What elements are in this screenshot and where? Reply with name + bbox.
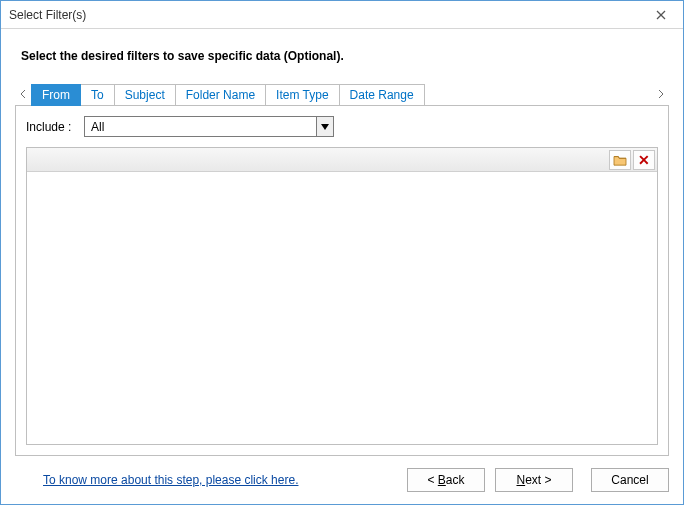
include-value: All: [85, 120, 316, 134]
include-row: Include : All: [26, 116, 658, 137]
next-button[interactable]: Next >: [495, 468, 573, 492]
tab-to[interactable]: To: [81, 84, 115, 106]
dialog-window: Select Filter(s) Select the desired filt…: [0, 0, 684, 505]
tab-from[interactable]: From: [31, 84, 81, 106]
tabs: From To Subject Folder Name Item Type Da…: [31, 83, 653, 105]
tab-scroll-right[interactable]: [655, 85, 667, 103]
filter-list-toolbar: ✕: [27, 148, 657, 172]
combo-dropdown-button[interactable]: [316, 117, 333, 136]
tab-label: Folder Name: [186, 88, 255, 102]
cancel-button[interactable]: Cancel: [591, 468, 669, 492]
tab-label: Date Range: [350, 88, 414, 102]
include-label: Include :: [26, 120, 78, 134]
chevron-left-icon: [20, 89, 26, 99]
help-link[interactable]: To know more about this step, please cli…: [43, 473, 397, 487]
tab-label: Subject: [125, 88, 165, 102]
back-button[interactable]: < Back: [407, 468, 485, 492]
delete-button[interactable]: ✕: [633, 150, 655, 170]
svg-marker-2: [321, 124, 329, 130]
tab-scroll-left[interactable]: [17, 85, 29, 103]
titlebar: Select Filter(s): [1, 1, 683, 29]
tab-item-type[interactable]: Item Type: [266, 84, 339, 106]
chevron-down-icon: [321, 124, 329, 130]
tab-label: Item Type: [276, 88, 328, 102]
delete-icon: ✕: [638, 153, 650, 167]
btn-text: Next >: [516, 473, 551, 487]
tab-panel: Include : All: [15, 105, 669, 456]
tab-subject[interactable]: Subject: [115, 84, 176, 106]
instruction-text: Select the desired filters to save speci…: [21, 49, 663, 63]
chevron-right-icon: [658, 89, 664, 99]
window-close-button[interactable]: [645, 4, 677, 26]
folder-icon: [613, 154, 627, 166]
filter-list-panel: ✕: [26, 147, 658, 445]
tab-label: To: [91, 88, 104, 102]
window-title: Select Filter(s): [9, 8, 645, 22]
tabs-row: From To Subject Folder Name Item Type Da…: [15, 83, 669, 105]
btn-text: Cancel: [611, 473, 648, 487]
content-area: Select the desired filters to save speci…: [1, 29, 683, 456]
include-combobox[interactable]: All: [84, 116, 334, 137]
footer: To know more about this step, please cli…: [1, 456, 683, 504]
tab-date-range[interactable]: Date Range: [340, 84, 425, 106]
btn-text: < Back: [427, 473, 464, 487]
tab-folder-name[interactable]: Folder Name: [176, 84, 266, 106]
close-icon: [656, 10, 666, 20]
filter-list-body[interactable]: [27, 172, 657, 444]
tab-label: From: [42, 88, 70, 102]
browse-button[interactable]: [609, 150, 631, 170]
